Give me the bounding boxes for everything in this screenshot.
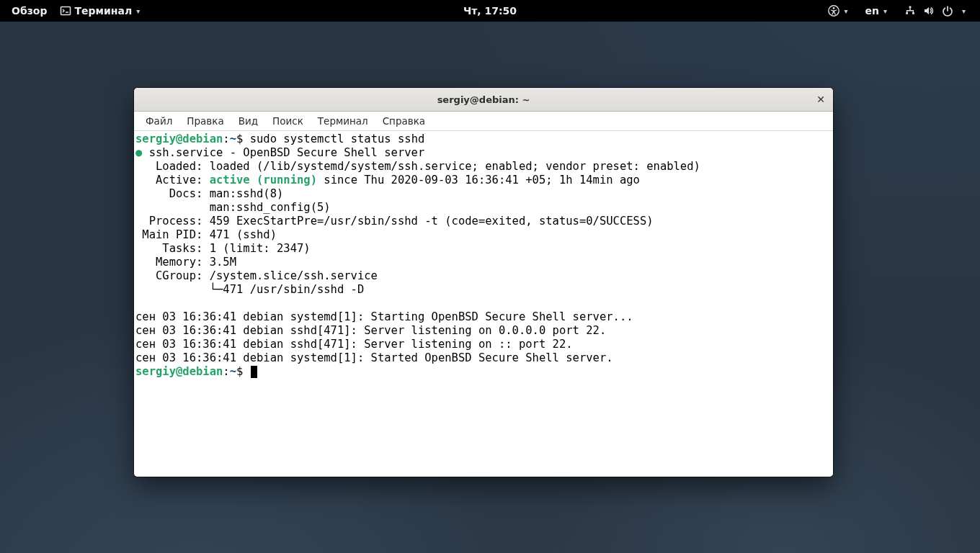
- menu-edit[interactable]: Правка: [179, 113, 231, 129]
- svg-rect-4: [906, 12, 908, 14]
- menu-help[interactable]: Справка: [375, 113, 432, 129]
- chevron-down-icon: ▾: [844, 7, 847, 15]
- menu-file[interactable]: Файл: [138, 113, 179, 129]
- out-line: Tasks: 1 (limit: 2347): [135, 242, 311, 255]
- out-line: Memory: 3.5M: [135, 256, 236, 269]
- log-line: сен 03 16:36:41 debian sshd[471]: Server…: [135, 324, 606, 337]
- out-line: └─471 /usr/sbin/sshd -D: [135, 283, 364, 296]
- terminal-cursor: [251, 366, 257, 378]
- prompt-path: ~: [230, 132, 236, 145]
- out-line: Process: 459 ExecStartPre=/usr/sbin/sshd…: [135, 215, 654, 228]
- out-line: since Thu 2020-09-03 16:36:41 +05; 1h 14…: [317, 174, 640, 186]
- out-line: CGroup: /system.slice/ssh.service: [135, 269, 378, 282]
- out-line: Docs: man:sshd(8): [135, 187, 283, 200]
- system-status-menu[interactable]: ▾: [900, 4, 970, 18]
- active-status: active (running): [210, 174, 317, 186]
- keyboard-layout-menu[interactable]: en ▾: [860, 4, 891, 18]
- menubar: Файл Правка Вид Поиск Терминал Справка: [134, 112, 833, 131]
- clock-button[interactable]: Чт, 17:50: [459, 4, 521, 18]
- log-line: сен 03 16:36:41 debian systemd[1]: Start…: [135, 310, 633, 323]
- svg-rect-5: [912, 12, 914, 14]
- volume-icon: [923, 5, 935, 17]
- app-menu-button[interactable]: Терминал ▾: [55, 4, 144, 18]
- network-icon: [904, 5, 916, 17]
- activities-button[interactable]: Обзор: [7, 4, 51, 18]
- close-icon: ✕: [816, 94, 825, 105]
- prompt-user: sergiy@debian: [135, 132, 223, 145]
- keyboard-layout-label: en: [865, 5, 878, 17]
- log-line: сен 03 16:36:41 debian systemd[1]: Start…: [135, 351, 613, 364]
- prompt-sep: :: [223, 365, 229, 378]
- out-line: man:sshd_config(5): [135, 201, 331, 214]
- command-1: sudo systemctl status sshd: [250, 132, 425, 145]
- menu-view[interactable]: Вид: [231, 113, 265, 129]
- menu-terminal[interactable]: Терминал: [311, 113, 375, 129]
- gnome-top-panel: Обзор Терминал ▾ Чт, 17:50: [0, 0, 980, 22]
- prompt-dollar: $: [236, 365, 250, 378]
- out-line: ssh.service - OpenBSD Secure Shell serve…: [142, 146, 424, 159]
- power-icon: [942, 5, 953, 17]
- window-titlebar[interactable]: sergiy@debian: ~ ✕: [134, 88, 833, 112]
- terminal-window: sergiy@debian: ~ ✕ Файл Правка Вид Поиск…: [134, 88, 833, 477]
- terminal-icon: [60, 5, 71, 17]
- prompt-dollar: $: [236, 132, 250, 145]
- out-line: Main PID: 471 (sshd): [135, 228, 277, 241]
- clock-label: Чт, 17:50: [463, 5, 517, 17]
- svg-rect-3: [909, 6, 912, 9]
- prompt-sep: :: [223, 132, 229, 145]
- window-title: sergiy@debian: ~: [437, 94, 530, 105]
- chevron-down-icon: ▾: [136, 7, 140, 15]
- chevron-down-icon: ▾: [883, 7, 887, 15]
- out-line: Loaded: loaded (/lib/systemd/system/ssh.…: [135, 160, 700, 173]
- out-line: Active:: [135, 174, 210, 186]
- svg-rect-0: [61, 7, 71, 15]
- chevron-down-icon: ▾: [962, 7, 966, 15]
- log-line: сен 03 16:36:41 debian sshd[471]: Server…: [135, 338, 573, 351]
- prompt-user: sergiy@debian: [135, 365, 223, 378]
- terminal-viewport[interactable]: sergiy@debian:~$ sudo systemctl status s…: [134, 131, 833, 477]
- status-dot: ●: [135, 146, 142, 159]
- prompt-path: ~: [230, 365, 236, 378]
- accessibility-icon: [828, 5, 839, 17]
- menu-search[interactable]: Поиск: [265, 113, 311, 129]
- activities-label: Обзор: [12, 5, 47, 17]
- app-menu-label: Терминал: [74, 5, 132, 17]
- accessibility-menu[interactable]: ▾: [824, 4, 852, 18]
- window-close-button[interactable]: ✕: [813, 91, 829, 107]
- svg-point-2: [833, 7, 835, 9]
